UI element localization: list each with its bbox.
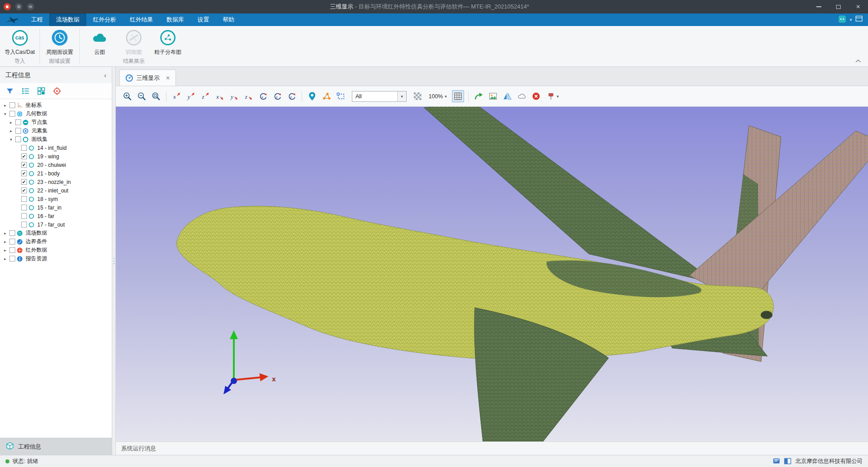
menu-item-1[interactable]: 工程 [24, 13, 49, 26]
tree-checkbox[interactable]: ✔ [21, 179, 27, 185]
tree-checkbox[interactable] [21, 222, 27, 227]
tree-checkbox[interactable] [9, 256, 15, 262]
viewport-3d[interactable]: x [116, 107, 868, 441]
tree-item[interactable]: ▸流场数据 [0, 229, 112, 237]
expander-closed-icon[interactable]: ▸ [2, 231, 8, 236]
expander-closed-icon[interactable]: ▸ [2, 240, 8, 244]
tree-item[interactable]: ▸红外数据 [0, 246, 112, 254]
tree-item[interactable]: ▸元素集 [0, 127, 112, 135]
expander-closed-icon[interactable]: ▸ [8, 129, 14, 133]
box-select-icon[interactable] [335, 90, 347, 102]
tree-item[interactable]: ✔23 - nozzle_in [0, 178, 112, 186]
tree-item[interactable]: 14 - int_fluid [0, 144, 112, 152]
menu-item-6[interactable]: 设置 [191, 13, 216, 26]
tree-checkbox[interactable] [15, 128, 21, 134]
tree-checkbox[interactable] [9, 111, 15, 117]
expander-closed-icon[interactable]: ▸ [2, 257, 8, 261]
probe-point-icon[interactable] [306, 90, 318, 102]
tree-checkbox[interactable] [9, 247, 15, 253]
tree-item[interactable]: ▸报告资源 [0, 254, 112, 263]
tree-item[interactable]: 18 - sym [0, 195, 112, 203]
render-style-icon[interactable]: ▾ [544, 90, 561, 102]
dropdown-arrow-icon[interactable]: ▾ [397, 92, 406, 101]
panel-collapse-icon[interactable]: ‹ [104, 71, 106, 79]
tree-item[interactable]: ✔21 - body [0, 169, 112, 178]
tree-checkbox[interactable] [9, 239, 15, 244]
tree-checkbox[interactable] [21, 145, 27, 151]
tree-checkbox[interactable] [21, 196, 27, 202]
import-casdat-button[interactable]: cas 导入Cas/Dat [4, 29, 36, 56]
tree-item[interactable]: 16 - far [0, 212, 112, 220]
expander-closed-icon[interactable]: ▸ [2, 103, 8, 108]
tree-item[interactable]: ▸节点集 [0, 118, 112, 127]
theme-caret-icon[interactable]: ▾ [850, 17, 852, 22]
zoom-out-icon[interactable] [136, 90, 148, 102]
zoom-level-combo[interactable]: 100%▾ [426, 93, 450, 100]
particle-distribution-button[interactable]: 粒子分布图 [152, 29, 184, 56]
titlebar-tool-icon-2[interactable] [27, 3, 34, 10]
periodic-face-button[interactable]: 周期面设置 [44, 29, 76, 56]
tree-item[interactable]: ▸边界条件 [0, 237, 112, 246]
view-x-plus-icon[interactable]: x [171, 90, 183, 102]
titlebar-tool-icon-1[interactable] [15, 3, 22, 10]
tree-checkbox[interactable] [9, 230, 15, 236]
tree-item[interactable]: ▾面线集 [0, 135, 112, 144]
capture-image-icon[interactable] [487, 90, 499, 102]
tree-checkbox[interactable] [21, 205, 27, 210]
smooth-display-icon[interactable] [516, 90, 528, 102]
rotate-y-icon[interactable]: y [271, 90, 283, 102]
locate-target-icon[interactable] [53, 87, 61, 96]
zoom-extents-icon[interactable] [150, 90, 162, 102]
rotate-z-icon[interactable]: z [285, 90, 298, 102]
maximize-button[interactable] [829, 0, 848, 13]
ribbon-collapse-icon[interactable] [855, 59, 861, 63]
rotate-x-icon[interactable]: x [257, 90, 269, 102]
view-y-minus-icon[interactable]: y [228, 90, 240, 102]
view-z-minus-icon[interactable]: z [242, 90, 254, 102]
view-x-minus-icon[interactable]: x [214, 90, 226, 102]
expander-closed-icon[interactable]: ▸ [8, 120, 14, 125]
display-filter-select[interactable]: All▾ [352, 91, 407, 102]
filter-funnel-icon[interactable] [5, 87, 14, 96]
tree-checkbox[interactable] [21, 213, 27, 219]
menu-item-2[interactable]: 流场数据 [49, 13, 86, 26]
menu-item-7[interactable]: 帮助 [216, 13, 241, 26]
tree-item[interactable]: ▸x坐标系 [0, 101, 112, 109]
grid-toggle-icon[interactable] [452, 90, 464, 102]
transparency-pattern-icon[interactable] [412, 90, 424, 102]
tab-3d-display[interactable]: 三维显示 ✕ [119, 70, 176, 86]
tree-item[interactable]: 15 - far_in [0, 203, 112, 212]
menu-item-3[interactable]: 红外分析 [86, 13, 123, 26]
tree-checkbox[interactable]: ✔ [21, 162, 27, 168]
particle-nodes-icon[interactable] [320, 90, 333, 102]
window-layout-icon[interactable] [855, 16, 863, 24]
app-badge-red-icon[interactable] [4, 3, 11, 10]
contour-map-button[interactable]: 云图 [83, 29, 116, 56]
tree-checkbox[interactable]: ✔ [21, 188, 27, 193]
tree-checkbox[interactable]: ✔ [21, 153, 27, 159]
expander-open-icon[interactable]: ▾ [8, 137, 14, 142]
tree-item[interactable]: ✔20 - chuiwei [0, 161, 112, 169]
close-button[interactable]: ✕ [848, 0, 868, 13]
minimize-button[interactable] [809, 0, 829, 13]
tree-checkbox[interactable]: ✔ [21, 170, 27, 176]
tree-item[interactable]: ✔19 - wing [0, 152, 112, 161]
clear-display-icon[interactable] [530, 90, 542, 102]
tree-item[interactable]: ✔22 - inlet_out [0, 186, 112, 195]
tree-checkbox[interactable] [15, 119, 21, 125]
theme-icon[interactable] [838, 15, 846, 25]
expander-closed-icon[interactable]: ▸ [2, 248, 8, 253]
category-grid-icon[interactable] [37, 87, 46, 96]
expander-open-icon[interactable]: ▾ [2, 112, 8, 116]
panel-splitter[interactable] [112, 67, 116, 455]
view-y-plus-icon[interactable]: y [185, 90, 197, 102]
export-view-icon[interactable] [473, 90, 485, 102]
view-z-plus-icon[interactable]: z [199, 90, 211, 102]
tree-list-icon[interactable] [21, 87, 30, 96]
menu-item-4[interactable]: 红外结果 [123, 13, 160, 26]
tree-item[interactable]: 17 - far_out [0, 220, 112, 229]
menu-item-5[interactable]: 数据库 [160, 13, 191, 26]
tree-checkbox[interactable] [9, 102, 15, 108]
panel-tab-project-info[interactable]: 工程信息 [0, 438, 112, 455]
panel-layout-icon[interactable] [773, 458, 780, 465]
